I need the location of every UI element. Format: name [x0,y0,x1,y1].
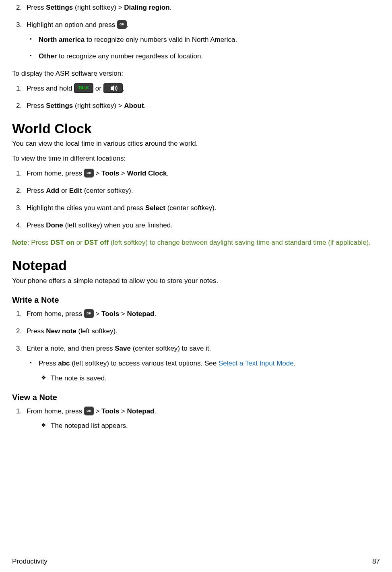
text: Press [27,102,46,109]
bold: World Clock [127,169,167,177]
step-1: From home, press OK > Tools > Notepad. T… [27,407,380,431]
bold: Settings [46,102,73,109]
text: (right softkey) > [73,102,124,109]
bold: abc [58,359,70,367]
page-content: Press Settings (right softkey) > Dialing… [12,0,380,431]
link-text-input-mode[interactable]: Select a Text Input Mode [219,359,294,367]
bold: Select [145,204,165,212]
speaker-button-icon [103,83,123,93]
bold: North america [39,36,85,43]
bold: About [124,102,144,109]
text: > [119,407,127,415]
svg-text:OK: OK [87,171,91,175]
bold: Settings [46,4,73,11]
bold: DST off [84,239,108,246]
text: (center softkey). [165,204,217,212]
bold: Done [46,221,63,229]
steps-view-note: From home, press OK > Tools > Notepad. T… [12,407,380,431]
heading-notepad: Notepad [12,256,380,275]
notepad-intro: Your phone offers a simple notepad to al… [12,277,380,286]
page-footer: Productivity 87 [12,557,380,566]
step-2: Press Add or Edit (center softkey). [27,186,380,196]
heading-world-clock: World Clock [12,120,380,138]
ok-button-icon: OK [84,309,94,318]
bold: Tools [101,407,119,415]
text: (left softkey). [76,327,118,335]
step-1: From home, press OK > Tools > Notepad. [27,310,380,319]
steps-write-note: From home, press OK > Tools > Notepad. P… [12,310,380,383]
text: Press and hold [27,85,74,92]
text: or [59,187,69,194]
talk-button-icon: TALK [74,83,93,93]
bullet-abc: Press abc (left softkey) to access vario… [39,359,380,383]
text: (center softkey). [82,187,133,194]
text: From home, press [27,310,84,318]
result-list: The note is saved. [39,374,380,383]
svg-text:OK: OK [87,312,91,315]
bold: DST on [50,239,74,246]
bold: New note [46,327,76,335]
svg-text:OK: OK [120,23,124,26]
text: > [119,310,127,318]
sub-bullets: Press abc (left softkey) to access vario… [27,359,380,383]
text: . [144,102,146,109]
text: > [94,169,101,177]
bold: Tools [101,310,119,318]
text: . [294,359,296,367]
svg-text:TALK: TALK [78,86,89,90]
bold: Dialing region [124,4,169,11]
step-3: Highlight the cities you want and press … [27,204,380,213]
bold: Notepad [127,407,154,415]
bullet-other: Other to recognize any number regardless… [39,52,380,61]
step-3: Highlight an option and press OK. North … [27,21,380,61]
sub-bullets: North america to recognize only numbers … [27,35,380,61]
heading-view-note: View a Note [12,392,380,403]
text: . [154,407,156,415]
asr-intro: To display the ASR software version: [12,69,380,78]
text: (center softkey) to save it. [131,345,211,352]
step-3: Enter a note, and then press Save (cente… [27,344,380,383]
text: Enter a note, and then press [27,345,115,352]
heading-write-note: Write a Note [12,295,380,306]
bullet-north-america: North america to recognize only numbers … [39,35,380,45]
text: . [123,85,125,92]
text: > [94,407,101,415]
text: to recognize any number regardless of lo… [57,52,203,60]
text: . [167,169,169,177]
steps-asr: Press and hold TALK or . Press Settings … [12,84,380,111]
step-2: Press Settings (right softkey) > About. [27,101,380,111]
bold: Tools [101,169,119,177]
ok-button-icon: OK [117,20,127,29]
text: From home, press [27,407,84,415]
text: (right softkey) > [73,4,124,11]
footer-page-number: 87 [372,557,380,566]
text: : Press [27,239,51,246]
step-4: Press Done (left softkey) when you are f… [27,221,380,230]
dst-note: Note: Press DST on or DST off (left soft… [12,238,380,248]
ok-button-icon: OK [84,407,94,415]
text: Press [27,221,46,229]
footer-section: Productivity [12,557,47,566]
text: . [127,21,129,29]
result-saved: The note is saved. [51,374,380,383]
text: Press [27,187,46,194]
text: . [170,4,172,11]
text: Press [27,327,46,335]
result-list-appears: The notepad list appears. [51,421,380,431]
text: to recognize only numbers valid in North… [85,36,237,43]
bold: Note [12,239,27,246]
text: Press [39,359,58,367]
ok-button-icon: OK [84,169,94,178]
text: . [154,310,156,318]
svg-text:OK: OK [87,409,91,413]
step-2: Press New note (left softkey). [27,327,380,336]
bold: Add [46,187,59,194]
text: (left softkey) when you are finished. [63,221,173,229]
text: From home, press [27,169,84,177]
steps-dialing-region: Press Settings (right softkey) > Dialing… [12,3,380,61]
steps-world-clock: From home, press OK > Tools > World Cloc… [12,169,380,230]
world-clock-intro: You can view the local time in various c… [12,139,380,149]
bold: Other [39,52,57,60]
text: or [93,85,103,92]
text: > [119,169,127,177]
